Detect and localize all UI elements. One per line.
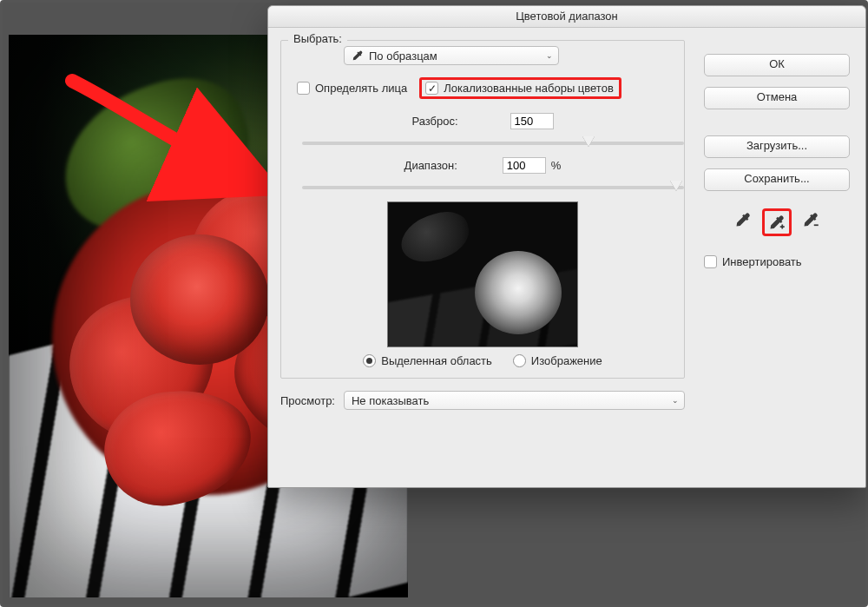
range-unit: % — [551, 159, 562, 172]
ok-button[interactable]: ОК — [704, 54, 850, 76]
dialog-left-panel: Выбрать: По образцам ⌄ Определять лица — [280, 40, 685, 410]
fuzziness-slider[interactable] — [302, 142, 684, 145]
detect-faces-label: Определять лица — [315, 82, 407, 95]
eyedropper-subtract-button[interactable] — [799, 208, 823, 231]
eyedropper-add-button[interactable] — [762, 208, 792, 236]
eyedropper-icon — [734, 211, 752, 228]
slider-thumb[interactable] — [670, 181, 682, 191]
radio-image-label: Изображение — [531, 354, 602, 367]
dialog-title: Цветовой диапазон — [268, 6, 865, 28]
slider-thumb[interactable] — [582, 136, 595, 147]
range-slider[interactable] — [302, 186, 684, 189]
localized-colors-label: Локализованные наборы цветов — [444, 82, 614, 95]
load-button[interactable]: Загрузить... — [704, 135, 850, 158]
select-label: Выбрать: — [288, 32, 347, 45]
spacer — [704, 120, 850, 125]
eyedropper-minus-icon — [802, 211, 819, 228]
invert-label: Инвертировать — [722, 255, 802, 268]
select-dropdown[interactable]: По образцам ⌄ — [344, 46, 559, 65]
dialog-right-column: ОК Отмена Загрузить... Сохранить... — [704, 54, 850, 268]
select-fieldset: Выбрать: По образцам ⌄ Определять лица — [280, 40, 685, 379]
color-range-dialog: Цветовой диапазон Выбрать: По образцам ⌄ — [267, 5, 866, 488]
localized-colors-highlight: Локализованные наборы цветов — [419, 77, 621, 99]
range-input[interactable] — [503, 157, 546, 174]
eyedropper-sample-button[interactable] — [731, 208, 755, 231]
selection-preview — [387, 201, 578, 347]
localized-colors-checkbox[interactable] — [425, 82, 438, 95]
save-button[interactable]: Сохранить... — [704, 168, 850, 191]
dialog-body: Выбрать: По образцам ⌄ Определять лица — [268, 28, 865, 49]
range-label: Диапазон: — [404, 159, 457, 172]
fuzziness-input[interactable] — [510, 113, 554, 129]
chevron-down-icon: ⌄ — [672, 396, 679, 405]
preview-leaf — [396, 207, 474, 267]
radio-selection-label: Выделенная область — [381, 354, 492, 367]
select-value: По образцам — [369, 49, 437, 63]
detect-faces-checkbox[interactable] — [297, 82, 310, 95]
cancel-button[interactable]: Отмена — [704, 87, 850, 109]
view-value: Не показывать — [352, 394, 429, 407]
screenshot-frame: Цветовой диапазон Выбрать: По образцам ⌄ — [0, 0, 868, 607]
chevron-down-icon: ⌄ — [546, 51, 553, 60]
preview-rose — [475, 251, 562, 334]
view-label: Просмотр: — [280, 394, 335, 407]
radio-selection[interactable] — [363, 354, 376, 367]
eyedropper-tools — [704, 208, 850, 236]
radio-image[interactable] — [513, 354, 526, 367]
view-dropdown[interactable]: Не показывать ⌄ — [344, 391, 685, 410]
eyedropper-plus-icon — [768, 214, 786, 231]
fuzziness-label: Разброс: — [411, 115, 457, 128]
invert-checkbox[interactable] — [704, 255, 717, 268]
eyedropper-icon — [352, 49, 364, 62]
